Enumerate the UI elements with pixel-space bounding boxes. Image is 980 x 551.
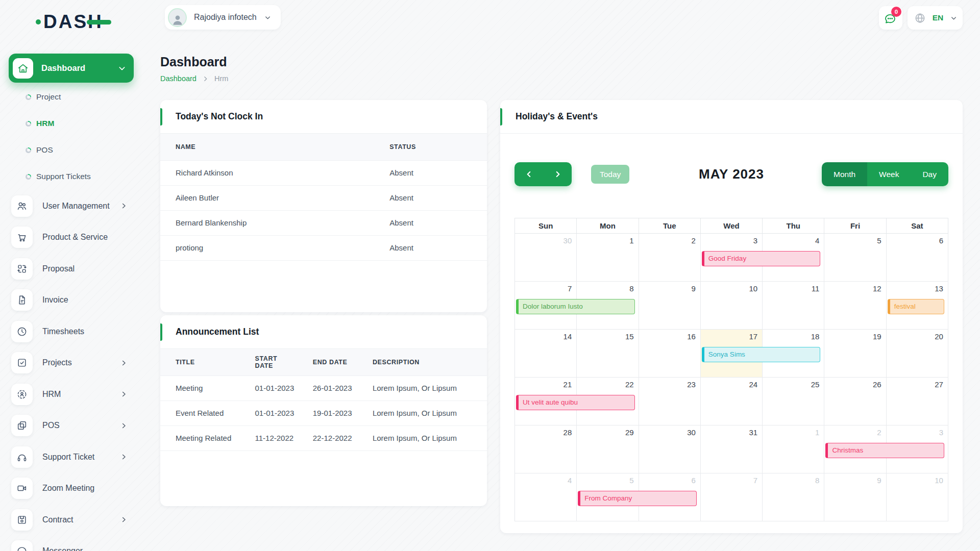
calendar-day-cell[interactable]: 16: [639, 330, 701, 378]
calendar-day-cell[interactable]: 4: [515, 473, 577, 521]
sidebar-item-contract[interactable]: Contract: [0, 504, 147, 536]
sidebar-item-messenger[interactable]: Messenger: [0, 536, 147, 551]
column-header-status: STATUS: [374, 134, 487, 160]
chevron-right-icon: [120, 359, 128, 367]
calendar-day-cell[interactable]: 30: [515, 234, 577, 282]
sidebar: DASH Dashboard ProjectHRMPOSSupport Tick…: [0, 0, 147, 551]
calendar-event[interactable]: Dolor laborum Iusto: [516, 299, 635, 314]
column-header-title: TITLE: [160, 349, 240, 375]
day-header-thu: Thu: [763, 218, 824, 234]
calendar-event[interactable]: Christmas: [825, 443, 944, 458]
globe-icon: [914, 12, 926, 24]
logo-dot-icon: [36, 19, 41, 24]
calendar-day-cell[interactable]: 23: [639, 378, 701, 425]
view-week-button[interactable]: Week: [867, 162, 911, 186]
sidebar-subitem-hrm[interactable]: HRM: [0, 110, 147, 137]
sidebar-item-label: Dashboard: [41, 63, 118, 73]
sidebar-item-dashboard[interactable]: Dashboard: [9, 54, 134, 83]
view-month-button[interactable]: Month: [822, 162, 867, 186]
calendar-day-cell[interactable]: 1: [763, 425, 824, 473]
calendar-day-headers: SunMonTueWedThuFriSat: [515, 218, 948, 234]
view-day-button[interactable]: Day: [911, 162, 948, 186]
chevron-down-icon: [950, 14, 958, 22]
calendar-day-cell[interactable]: 8: [763, 473, 824, 521]
calendar-day-cell[interactable]: 5: [824, 234, 886, 282]
sidebar-subitem-support-tickets[interactable]: Support Tickets: [0, 163, 147, 190]
language-selector[interactable]: EN: [908, 6, 963, 30]
sidebar-item-user-management[interactable]: User Management: [0, 190, 147, 222]
calendar-event[interactable]: Ut velit aute quibu: [516, 395, 635, 410]
bullet-icon: [26, 121, 31, 127]
sidebar-item-invoice[interactable]: Invoice: [0, 285, 147, 316]
sidebar-subitem-project[interactable]: Project: [0, 84, 147, 110]
calendar-day-cell[interactable]: 25: [763, 378, 824, 425]
table-cell: Meeting Related: [160, 425, 240, 450]
calendar-day-cell[interactable]: 9: [824, 473, 886, 521]
calendar-day-cell[interactable]: 2: [639, 234, 701, 282]
calendar-day-cell[interactable]: 9: [639, 282, 701, 330]
calendar-event[interactable]: From Company: [578, 491, 697, 506]
calendar-event[interactable]: Sonya Sims: [702, 347, 821, 362]
panel-header: Announcement List: [160, 315, 487, 349]
calendar: Today MAY 2023 MonthWeekDay SunMonTueWed…: [500, 134, 963, 521]
calendar-day-cell[interactable]: 27: [887, 378, 948, 425]
table-cell: Absent: [374, 160, 487, 185]
sidebar-item-label: Contract: [42, 515, 120, 524]
messages-button[interactable]: 0: [879, 6, 902, 30]
invoice-file-icon: [11, 289, 33, 311]
calendar-day-cell[interactable]: 10: [887, 473, 948, 521]
calendar-event[interactable]: festival: [888, 299, 944, 314]
day-header-tue: Tue: [639, 218, 701, 234]
calendar-day-cell[interactable]: 6: [887, 234, 948, 282]
sidebar-item-product-service[interactable]: Product & Service: [0, 222, 147, 254]
calendar-view-switcher: MonthWeekDay: [822, 162, 948, 186]
calendar-day-cell[interactable]: 30: [639, 425, 701, 473]
table-row: Bernard BlankenshipAbsent: [160, 210, 487, 235]
day-header-fri: Fri: [824, 218, 886, 234]
swap-squares-icon: [11, 258, 33, 280]
sidebar-item-hrm[interactable]: HRM: [0, 379, 147, 410]
table-row: Meeting Related11-12-202222-12-2022Lorem…: [160, 425, 487, 450]
not-clock-in-panel: Today's Not Clock In NAMESTATUS Richard …: [160, 100, 487, 312]
calendar-day-cell[interactable]: 14: [515, 330, 577, 378]
sidebar-item-support-ticket[interactable]: Support Ticket: [0, 441, 147, 473]
breadcrumb-current: Hrm: [214, 74, 228, 83]
calendar-day-cell[interactable]: 31: [701, 425, 763, 473]
calendar-day-cell[interactable]: 28: [515, 425, 577, 473]
calendar-day-cell[interactable]: 26: [824, 378, 886, 425]
table-row: Meeting01-01-202326-01-2023Lorem Ipsum, …: [160, 375, 487, 400]
calendar-day-cell[interactable]: 29: [577, 425, 639, 473]
calendar-day-cell[interactable]: 12: [824, 282, 886, 330]
sidebar-item-projects[interactable]: Projects: [0, 347, 147, 379]
calendar-day-cell[interactable]: 10: [701, 282, 763, 330]
sidebar-item-proposal[interactable]: Proposal: [0, 253, 147, 285]
sidebar-item-pos[interactable]: POS: [0, 410, 147, 442]
calendar-day-cell[interactable]: 7: [701, 473, 763, 521]
sidebar-item-timesheets[interactable]: Timesheets: [0, 316, 147, 347]
announcement-panel: Announcement List TITLESTART DATEEND DAT…: [160, 315, 487, 506]
chevron-right-icon: [120, 422, 128, 430]
calendar-day-cell[interactable]: 1: [577, 234, 639, 282]
calendar-day-cell[interactable]: 15: [577, 330, 639, 378]
sidebar-item-label: User Management: [42, 202, 120, 211]
table-cell: Event Related: [160, 400, 240, 425]
company-selector[interactable]: Rajodiya infotech: [165, 5, 281, 30]
breadcrumb-link[interactable]: Dashboard: [160, 74, 197, 83]
company-name: Rajodiya infotech: [194, 13, 257, 22]
calendar-day-cell[interactable]: 19: [824, 330, 886, 378]
table-cell: Lorem Ipsum, Or Lipsum: [357, 425, 487, 450]
table-cell: Richard Atkinson: [160, 160, 374, 185]
table-cell: Bernard Blankenship: [160, 210, 374, 235]
sidebar-item-zoom-meeting[interactable]: Zoom Meeting: [0, 473, 147, 505]
calendar-day-cell[interactable]: 24: [701, 378, 763, 425]
sidebar-subitem-pos[interactable]: POS: [0, 137, 147, 163]
calendar-day-cell[interactable]: 20: [887, 330, 948, 378]
column-header-end-date: END DATE: [298, 349, 357, 375]
app-logo[interactable]: DASH: [36, 12, 103, 31]
notification-badge: 0: [891, 7, 901, 17]
calendar-day-cell[interactable]: 11: [763, 282, 824, 330]
sidebar-subitem-label: POS: [36, 145, 53, 155]
calendar-event[interactable]: Good Friday: [702, 251, 821, 266]
chat-bubble-icon: [11, 540, 33, 551]
sidebar-subitem-label: HRM: [36, 119, 54, 128]
